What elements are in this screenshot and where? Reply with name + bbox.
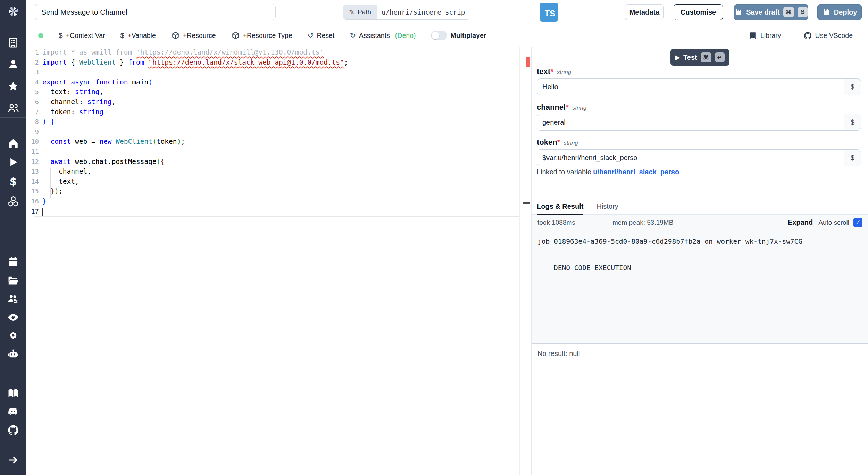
code-text: channel: string, [42,98,116,106]
insert-variable-button[interactable]: $ [844,114,861,130]
gear-icon[interactable] [7,329,20,342]
autoscroll-checkbox[interactable]: ✓ [853,218,862,227]
dollar-icon[interactable]: $ [7,175,20,188]
folder-open-icon[interactable] [7,274,20,287]
code-text: }); [42,187,63,195]
insert-variable-button[interactable]: $ [844,150,861,166]
sidebar-divider [0,23,26,23]
code-line-10[interactable]: 10 const web = new WebClient(token); [26,137,519,147]
metadata-button[interactable]: Metadata [625,4,664,20]
code-line-16[interactable]: 16} [26,197,519,207]
use-vscode-button[interactable]: Use VScode [803,31,853,40]
line-number: 16 [26,198,39,205]
log-line: --- DENO CODE EXECUTION --- [537,264,648,272]
home-icon[interactable] [7,137,20,150]
customise-button[interactable]: Customise [674,4,723,20]
code-text: await web.chat.postMessage({ [42,158,165,166]
users-icon[interactable] [7,101,20,115]
discord-icon[interactable] [7,405,20,418]
code-line-14[interactable]: 14 text, [26,177,519,187]
channel-field-input[interactable] [537,114,861,131]
code-line-12[interactable]: 12 await web.chat.postMessage({ [26,157,519,167]
line-number: 14 [26,178,39,185]
script-summary-input[interactable] [35,4,276,20]
play-icon[interactable] [7,156,20,169]
error-marker [526,57,530,67]
cmd-key-badge: ⌘ [701,52,711,62]
code-line-2[interactable]: 2import { WebClient } from "https://deno… [26,58,519,68]
line-number: 3 [26,68,39,76]
tab-logs-result[interactable]: Logs & Result [537,200,583,215]
field-row: $ [537,149,861,166]
script-path-input[interactable] [377,5,470,19]
required-marker: * [566,103,569,111]
preview-panel: ▶ Test ⌘ ↵ text*string $ channel*string … [532,47,868,475]
tab-history[interactable]: History [596,200,618,214]
library-button[interactable]: Library [749,31,781,40]
code-line-9[interactable]: 9 [26,127,519,138]
path-button[interactable]: ✎ Path [343,5,377,19]
test-button[interactable]: ▶ Test ⌘ ↵ [670,49,729,66]
code-line-8[interactable]: 8) { [26,117,519,127]
result-text: No result: null [537,350,580,358]
duration-label: took 1088ms [537,219,612,226]
user-icon[interactable] [7,58,20,71]
code-line-17[interactable]: 17 [26,207,519,217]
code-editor[interactable]: 1import * as wmill from 'https://deno.la… [26,47,531,475]
insert-variable-button[interactable]: $ [844,79,861,95]
code-line-11[interactable]: 11 [26,147,519,157]
code-line-7[interactable]: 7 token: string [26,108,519,118]
code-line-4[interactable]: 4export async function main( [26,78,519,88]
code-line-13[interactable]: 13 channel, [26,167,519,177]
code-text: token: string [42,108,103,116]
star-icon[interactable] [7,80,20,93]
code-line-3[interactable]: 3 [26,68,519,78]
field-label-token: token*string [537,138,578,147]
text-field-input[interactable] [537,78,861,95]
code-text: import * as wmill from 'https://deno.lan… [42,48,324,56]
sidebar-divider [0,448,26,448]
logs-result-splitter[interactable] [532,343,868,344]
line-number: 7 [26,108,39,116]
code-line-1[interactable]: 1import * as wmill from 'https://deno.la… [26,48,519,58]
editor-toolbar: $ +Context Var $ +Variable +Resource +Re… [26,24,868,47]
reset-button[interactable]: ↺ Reset [308,31,335,40]
overview-ruler-border [525,47,525,475]
calendar-icon[interactable] [7,255,20,268]
deploy-button[interactable]: Deploy [817,4,862,20]
path-group: ✎ Path [343,5,470,20]
assistants-button[interactable]: ↻ Assistants (Deno) [350,31,416,40]
token-field-input[interactable] [537,149,861,166]
book-open-icon[interactable] [7,386,20,400]
line-number: 12 [26,158,39,165]
windmill-script-editor: $ ✎ Path TS Metadata Customise Save draf… [0,0,868,475]
windmill-logo [5,3,21,19]
arrow-right-icon[interactable] [7,453,20,467]
field-row: $ [537,78,861,95]
code-text: text: string, [42,88,103,96]
code-line-6[interactable]: 6 channel: string, [26,98,519,108]
add-context-var-button[interactable]: $ +Context Var [59,31,105,40]
expand-button[interactable]: Expand [788,218,813,226]
field-row: $ [537,114,861,131]
boxes-icon[interactable] [7,195,20,208]
rotate-ccw-icon: ↺ [308,31,314,40]
eye-icon[interactable] [7,311,20,324]
add-resource-button[interactable]: +Resource [171,31,216,40]
pencil-icon: ✎ [349,8,354,16]
save-draft-button[interactable]: Save draft ⌘ S [734,4,808,20]
users-gear-icon[interactable] [7,292,20,306]
code-line-15[interactable]: 15 }); [26,187,519,197]
linked-variable-link[interactable]: u/henri/henri_slack_perso [593,168,679,176]
github-icon[interactable] [7,424,20,437]
add-resource-type-button[interactable]: +Resource Type [231,31,292,40]
add-variable-button[interactable]: $ +Variable [120,31,156,40]
building-icon[interactable] [7,36,20,49]
overview-ruler-border [519,47,520,475]
robot-icon[interactable] [7,348,20,361]
multiplayer-toggle[interactable] [431,31,447,40]
overview-cursor-marker [523,202,530,204]
code-line-5[interactable]: 5 text: string, [26,88,519,98]
logs-pane: took 1088ms mem peak: 53.19MB Expand Aut… [532,215,868,343]
linked-variable-note: Linked to variable u/henri/henri_slack_p… [537,168,679,176]
